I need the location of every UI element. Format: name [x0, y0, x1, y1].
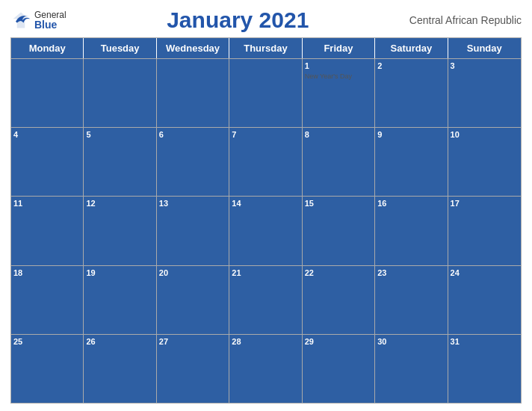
cal-cell: 20	[157, 266, 229, 334]
cal-cell: 5	[84, 128, 156, 196]
day-number: 26	[86, 336, 153, 347]
cal-cell: 17	[448, 197, 521, 265]
day-number: 16	[377, 198, 445, 209]
day-number: 25	[13, 336, 81, 347]
week-row-5: 25262728293031	[11, 334, 521, 403]
day-number: 6	[159, 129, 226, 140]
logo-blue-text: Blue	[34, 19, 66, 30]
cal-cell: 25	[11, 335, 84, 403]
day-number: 8	[305, 129, 372, 140]
cal-cell: 16	[375, 197, 448, 265]
logo-text: General Blue	[34, 10, 66, 30]
week-row-1: 1New Year's Day23	[11, 58, 521, 127]
cal-cell: 1New Year's Day	[303, 59, 375, 127]
calendar: MondayTuesdayWednesdayThursdayFridaySatu…	[10, 37, 522, 404]
week-row-3: 11121314151617	[11, 196, 521, 265]
event-label: New Year's Day	[305, 72, 372, 81]
day-header-wednesday: Wednesday	[157, 38, 229, 58]
cal-cell: 21	[229, 266, 302, 334]
week-row-2: 45678910	[11, 127, 521, 196]
day-number: 1	[305, 61, 372, 72]
cal-cell: 11	[11, 197, 84, 265]
day-number: 29	[305, 336, 372, 347]
cal-cell: 15	[303, 197, 375, 265]
day-number: 30	[377, 336, 445, 347]
logo: General Blue	[10, 10, 66, 31]
cal-cell: 14	[229, 197, 302, 265]
calendar-body: 1New Year's Day2345678910111213141516171…	[11, 58, 521, 403]
day-number: 3	[451, 61, 519, 72]
calendar-title: January 2021	[66, 7, 409, 33]
day-header-saturday: Saturday	[375, 38, 448, 58]
day-number: 9	[377, 129, 445, 140]
day-number: 19	[86, 268, 153, 279]
cal-cell: 9	[375, 128, 448, 196]
day-number: 11	[13, 198, 81, 209]
day-header-tuesday: Tuesday	[84, 38, 156, 58]
day-number: 23	[377, 268, 445, 279]
day-number: 4	[13, 129, 81, 140]
day-header-sunday: Sunday	[448, 38, 521, 58]
cal-cell	[157, 59, 229, 127]
day-number: 28	[232, 336, 299, 347]
week-row-4: 18192021222324	[11, 265, 521, 334]
title-section: January 2021	[66, 7, 409, 33]
cal-cell: 22	[303, 266, 375, 334]
day-number: 22	[305, 268, 372, 279]
cal-cell: 29	[303, 335, 375, 403]
cal-cell: 2	[375, 59, 448, 127]
day-number: 20	[159, 268, 226, 279]
cal-cell	[84, 59, 156, 127]
cal-cell: 10	[448, 128, 521, 196]
cal-cell: 4	[11, 128, 84, 196]
cal-cell	[229, 59, 302, 127]
cal-cell: 8	[303, 128, 375, 196]
day-header-monday: Monday	[11, 38, 84, 58]
cal-cell: 24	[448, 266, 521, 334]
cal-cell: 18	[11, 266, 84, 334]
day-number: 31	[451, 336, 519, 347]
cal-cell: 12	[84, 197, 156, 265]
cal-cell: 13	[157, 197, 229, 265]
day-header-thursday: Thursday	[229, 38, 302, 58]
day-number: 17	[451, 198, 519, 209]
cal-cell: 6	[157, 128, 229, 196]
day-number: 7	[232, 129, 299, 140]
day-number: 15	[305, 198, 372, 209]
day-number: 2	[377, 61, 445, 72]
generalblue-logo-icon	[10, 10, 31, 31]
day-number: 27	[159, 336, 226, 347]
day-number: 14	[232, 198, 299, 209]
cal-cell: 26	[84, 335, 156, 403]
country-name: Central African Republic	[409, 14, 522, 26]
cal-cell	[11, 59, 84, 127]
cal-cell: 23	[375, 266, 448, 334]
day-number: 24	[451, 268, 519, 279]
cal-cell: 28	[229, 335, 302, 403]
day-number: 12	[86, 198, 153, 209]
cal-cell: 30	[375, 335, 448, 403]
day-number: 5	[86, 129, 153, 140]
calendar-header-row: MondayTuesdayWednesdayThursdayFridaySatu…	[11, 38, 521, 58]
header: General Blue January 2021 Central Africa…	[10, 7, 522, 33]
day-number: 10	[451, 129, 519, 140]
cal-cell: 19	[84, 266, 156, 334]
day-number: 21	[232, 268, 299, 279]
cal-cell: 31	[448, 335, 521, 403]
day-number: 13	[159, 198, 226, 209]
page: General Blue January 2021 Central Africa…	[0, 0, 532, 411]
day-number: 18	[13, 268, 81, 279]
cal-cell: 3	[448, 59, 521, 127]
cal-cell: 27	[157, 335, 229, 403]
cal-cell: 7	[229, 128, 302, 196]
day-header-friday: Friday	[303, 38, 375, 58]
